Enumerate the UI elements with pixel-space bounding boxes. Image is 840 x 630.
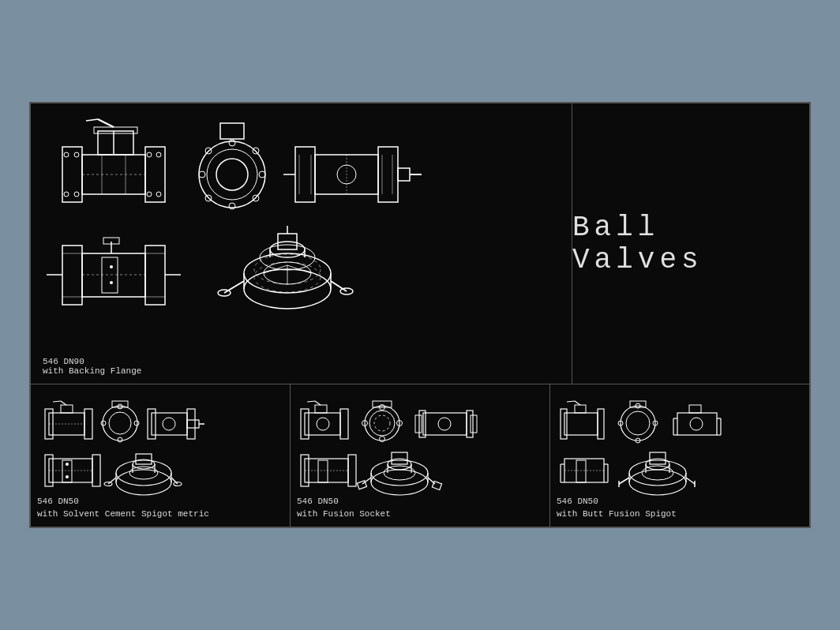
svg-rect-160 [575, 405, 586, 413]
bottom-section: 546 DN50 with Solvent Cement Spigot metr… [31, 384, 809, 527]
svg-point-192 [642, 466, 673, 480]
svg-rect-187 [576, 460, 586, 482]
svg-line-84 [53, 401, 61, 402]
svg-rect-44 [62, 246, 82, 305]
panel1-drawings [37, 397, 258, 500]
title-panel: Ball Valves [572, 103, 809, 384]
svg-rect-100 [92, 455, 100, 486]
svg-point-5 [74, 152, 79, 157]
svg-rect-12 [94, 127, 137, 133]
svg-rect-120 [340, 409, 348, 439]
svg-point-138 [438, 418, 451, 430]
svg-line-199 [686, 478, 695, 484]
svg-rect-143 [318, 460, 328, 482]
svg-point-124 [317, 418, 329, 430]
svg-point-21 [216, 159, 248, 190]
svg-rect-121 [315, 405, 327, 413]
svg-rect-80 [84, 409, 92, 439]
svg-line-161 [575, 401, 580, 405]
svg-point-103 [66, 463, 69, 466]
svg-point-125 [365, 406, 399, 441]
svg-rect-156 [432, 481, 441, 489]
svg-rect-157 [564, 413, 598, 435]
panel2-label: 546 DN50 with Fusion Socket [297, 496, 391, 520]
svg-rect-51 [102, 257, 118, 293]
svg-rect-158 [561, 409, 567, 439]
svg-point-53 [110, 281, 113, 284]
svg-rect-154 [357, 481, 366, 489]
svg-point-85 [103, 406, 137, 441]
bottom-panel-2: 546 DN50 with Fusion Socket [291, 384, 550, 527]
svg-rect-136 [415, 415, 422, 433]
svg-point-52 [110, 265, 113, 268]
svg-point-6 [74, 192, 79, 197]
svg-rect-82 [61, 405, 73, 413]
svg-line-197 [619, 478, 629, 484]
svg-line-123 [307, 401, 315, 402]
panel3-label: 546 DN50 with Butt Fusion Spigot [557, 496, 677, 520]
svg-point-22 [229, 140, 235, 146]
svg-point-25 [259, 171, 265, 178]
svg-point-24 [199, 171, 205, 178]
valve-dn90-horiz [283, 119, 410, 222]
svg-point-88 [118, 437, 122, 442]
svg-rect-118 [305, 413, 340, 435]
svg-line-162 [567, 401, 575, 402]
svg-rect-170 [677, 413, 717, 435]
svg-point-97 [163, 418, 175, 430]
svg-line-14 [86, 119, 98, 121]
svg-point-9 [156, 152, 161, 157]
top-section: 546 DN90with Backing Flange Ball Valves [31, 103, 809, 384]
svg-point-19 [199, 141, 265, 208]
svg-rect-34 [398, 168, 410, 181]
svg-point-4 [64, 192, 69, 197]
svg-point-177 [690, 418, 703, 430]
svg-rect-178 [689, 405, 701, 413]
main-title: Ball Valves [572, 212, 809, 276]
svg-rect-33 [378, 147, 398, 202]
svg-rect-78 [49, 413, 84, 435]
top-panel-caption: 546 DN90with Backing Flange [43, 357, 141, 376]
bottom-panel-1: 546 DN50 with Solvent Cement Spigot metr… [31, 384, 291, 527]
panel2-drawings [297, 397, 518, 500]
svg-rect-32 [295, 147, 315, 202]
svg-rect-11 [98, 131, 133, 155]
svg-rect-45 [145, 246, 165, 305]
bottom-panel-3: 546 DN50 with Butt Fusion Spigot [550, 384, 809, 527]
panel3-drawings [557, 397, 778, 500]
svg-point-10 [156, 192, 161, 197]
svg-rect-43 [82, 253, 145, 297]
svg-line-122 [315, 401, 321, 405]
valve-3d-isometric [224, 214, 351, 324]
svg-rect-135 [467, 411, 473, 437]
svg-point-23 [229, 203, 235, 209]
svg-point-131 [374, 415, 390, 431]
svg-line-13 [98, 119, 114, 127]
svg-point-89 [101, 421, 106, 426]
svg-point-164 [626, 411, 650, 435]
svg-point-8 [147, 192, 152, 197]
svg-line-83 [61, 401, 66, 405]
svg-point-87 [118, 404, 122, 409]
svg-rect-141 [348, 455, 356, 486]
svg-rect-2 [145, 147, 165, 202]
valve-dn90-flanged-side [47, 234, 181, 321]
svg-rect-137 [471, 415, 477, 433]
svg-rect-134 [419, 411, 426, 437]
svg-rect-92 [152, 413, 187, 435]
main-drawing-canvas: 546 DN90with Backing Flange Ball Valves [29, 102, 811, 528]
svg-point-3 [64, 152, 69, 157]
svg-point-126 [369, 411, 395, 436]
svg-point-90 [134, 421, 139, 426]
svg-line-72 [224, 281, 244, 293]
svg-rect-30 [220, 123, 244, 139]
svg-rect-159 [598, 409, 604, 439]
valve-dn90-side [47, 119, 181, 222]
svg-line-74 [331, 281, 347, 291]
svg-point-86 [109, 412, 131, 434]
svg-rect-95 [187, 420, 199, 428]
svg-rect-133 [423, 413, 467, 435]
svg-point-104 [66, 475, 69, 478]
valve-dn90-front [193, 119, 272, 222]
svg-point-7 [147, 152, 152, 157]
